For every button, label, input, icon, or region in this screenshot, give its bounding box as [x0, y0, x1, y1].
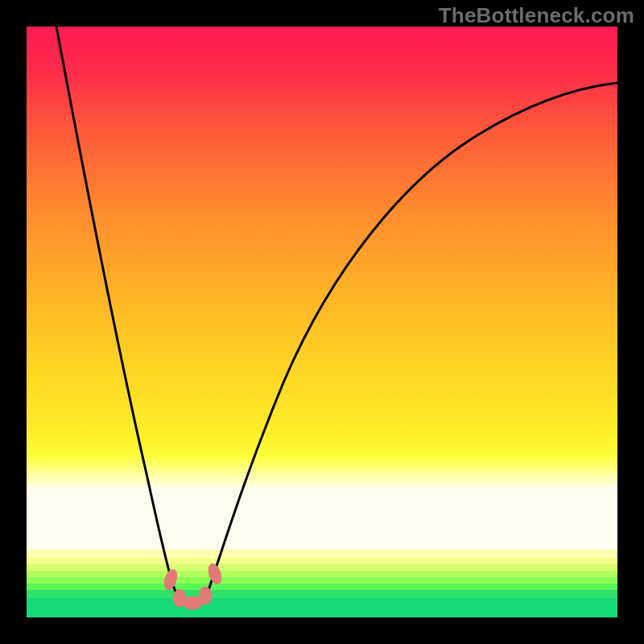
marker-cluster [162, 562, 224, 609]
svg-point-13 [206, 562, 224, 585]
bottleneck-curve [27, 27, 617, 617]
svg-point-9 [162, 568, 179, 591]
svg-point-12 [199, 587, 212, 605]
plot-area [27, 27, 617, 617]
chart-frame: TheBottleneck.com [0, 0, 644, 644]
watermark-text: TheBottleneck.com [439, 3, 634, 28]
